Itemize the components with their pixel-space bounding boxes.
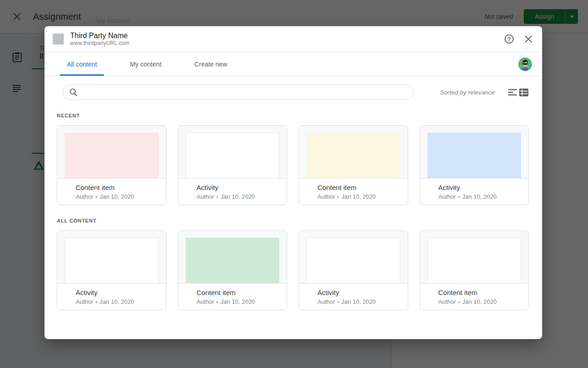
content-card[interactable]: Content item Author•Jan 10, 2020	[420, 230, 529, 310]
tab-all-content[interactable]: All content	[60, 52, 104, 76]
card-title: Content item	[317, 183, 400, 192]
card-thumbnail-area	[178, 126, 287, 178]
content-card[interactable]: Content item Author•Jan 10, 2020	[299, 125, 408, 205]
card-thumbnail-area	[178, 231, 287, 284]
search-input[interactable]	[82, 89, 408, 96]
card-byline: Author•Jan 10, 2020	[76, 193, 159, 200]
close-dialog-button[interactable]	[523, 33, 534, 45]
card-thumbnail-area	[420, 231, 529, 284]
card-byline: Author•Jan 10, 2020	[197, 193, 280, 200]
card-thumbnail	[186, 238, 280, 283]
close-icon	[524, 35, 533, 43]
card-byline: Author•Jan 10, 2020	[438, 298, 521, 305]
section-recent: RECENT Content item Author•Jan 10, 2020 …	[57, 113, 529, 205]
byline-separator: •	[95, 194, 97, 200]
card-thumbnail-area	[420, 126, 529, 178]
card-thumbnail	[65, 238, 159, 283]
card-thumbnail-area	[299, 231, 408, 284]
content-card[interactable]: Activity Author•Jan 10, 2020	[420, 125, 529, 205]
byline-separator: •	[337, 194, 339, 200]
card-grid: Content item Author•Jan 10, 2020 Activit…	[57, 125, 529, 205]
help-icon: ?	[505, 34, 514, 44]
card-thumbnail	[427, 133, 521, 178]
card-title: Content item	[197, 288, 280, 297]
help-button[interactable]: ?	[504, 33, 515, 45]
card-byline: Author•Jan 10, 2020	[317, 298, 400, 305]
card-byline: Author•Jan 10, 2020	[438, 193, 521, 200]
card-thumbnail-area	[57, 126, 166, 178]
card-date: Jan 10, 2020	[462, 298, 497, 305]
third-party-url: www.thirdpartyURL.com	[70, 40, 129, 47]
sort-status-text: Sorted by relevance	[440, 89, 495, 96]
byline-separator: •	[216, 299, 218, 305]
content-tabs: All content My content Create new	[44, 52, 542, 76]
card-date: Jan 10, 2020	[100, 193, 134, 200]
card-author: Author	[76, 298, 93, 305]
dialog-header: Third Party Name www.thirdpartyURL.com ?	[44, 26, 542, 52]
card-title: Activity	[317, 288, 400, 297]
card-date: Jan 10, 2020	[221, 298, 255, 305]
card-author: Author	[197, 298, 214, 305]
content-card[interactable]: Activity Author•Jan 10, 2020	[178, 125, 288, 205]
card-thumbnail	[427, 238, 521, 283]
card-info: Content item Author•Jan 10, 2020	[178, 284, 287, 310]
card-title: Activity	[438, 183, 521, 192]
card-thumbnail	[65, 133, 159, 178]
sort-button[interactable]	[507, 87, 518, 98]
card-title: Activity	[76, 288, 159, 297]
card-info: Activity Author•Jan 10, 2020	[178, 178, 287, 205]
card-thumbnail	[186, 133, 280, 178]
avatar[interactable]	[518, 57, 532, 71]
byline-separator: •	[216, 194, 218, 200]
card-date: Jan 10, 2020	[100, 298, 134, 305]
section-heading: RECENT	[57, 113, 529, 118]
byline-separator: •	[458, 299, 460, 305]
card-thumbnail	[306, 238, 400, 283]
section-all-content: ALL CONTENT Activity Author•Jan 10, 2020…	[57, 218, 529, 310]
card-date: Jan 10, 2020	[341, 298, 376, 305]
card-date: Jan 10, 2020	[341, 193, 376, 200]
content-card[interactable]: Content item Author•Jan 10, 2020	[57, 125, 166, 205]
card-grid: Activity Author•Jan 10, 2020 Content ite…	[57, 230, 529, 310]
card-title: Activity	[197, 183, 280, 192]
card-byline: Author•Jan 10, 2020	[76, 298, 159, 305]
card-byline: Author•Jan 10, 2020	[197, 298, 280, 305]
card-author: Author	[438, 193, 456, 200]
content-card[interactable]: Activity Author•Jan 10, 2020	[299, 230, 408, 310]
search-box[interactable]	[63, 84, 414, 100]
card-info: Activity Author•Jan 10, 2020	[57, 284, 166, 310]
toolbar-right-group: Sorted by relevance	[440, 87, 529, 98]
card-thumbnail	[306, 133, 400, 178]
content-card[interactable]: Activity Author•Jan 10, 2020	[57, 230, 166, 310]
third-party-name: Third Party Name	[70, 31, 129, 40]
card-byline: Author•Jan 10, 2020	[317, 193, 400, 200]
search-toolbar: Sorted by relevance	[63, 84, 529, 100]
card-title: Content item	[438, 288, 521, 297]
card-info: Content item Author•Jan 10, 2020	[57, 178, 166, 205]
byline-separator: •	[337, 299, 339, 305]
dialog-titles: Third Party Name www.thirdpartyURL.com	[70, 31, 129, 47]
card-info: Activity Author•Jan 10, 2020	[420, 178, 529, 205]
card-author: Author	[317, 298, 335, 305]
list-view-toggle-button[interactable]	[518, 87, 529, 98]
sort-icon	[508, 89, 517, 96]
card-date: Jan 10, 2020	[462, 193, 497, 200]
card-info: Content item Author•Jan 10, 2020	[420, 284, 529, 310]
card-info: Content item Author•Jan 10, 2020	[299, 178, 408, 205]
third-party-logo	[53, 33, 64, 45]
user-avatar-illustration	[518, 57, 532, 71]
byline-separator: •	[458, 194, 460, 200]
content-area: RECENT Content item Author•Jan 10, 2020 …	[44, 113, 542, 310]
table-view-icon	[519, 89, 528, 96]
tab-create-new[interactable]: Create new	[187, 52, 235, 76]
search-icon	[69, 88, 78, 96]
card-author: Author	[438, 298, 456, 305]
third-party-picker-dialog: Third Party Name www.thirdpartyURL.com ?…	[44, 26, 542, 339]
tab-my-content[interactable]: My content	[122, 52, 168, 76]
card-author: Author	[76, 193, 93, 200]
dialog-header-actions: ?	[504, 33, 534, 45]
card-author: Author	[317, 193, 335, 200]
content-card[interactable]: Content item Author•Jan 10, 2020	[178, 230, 288, 310]
section-heading: ALL CONTENT	[57, 218, 529, 223]
card-title: Content item	[76, 183, 159, 192]
